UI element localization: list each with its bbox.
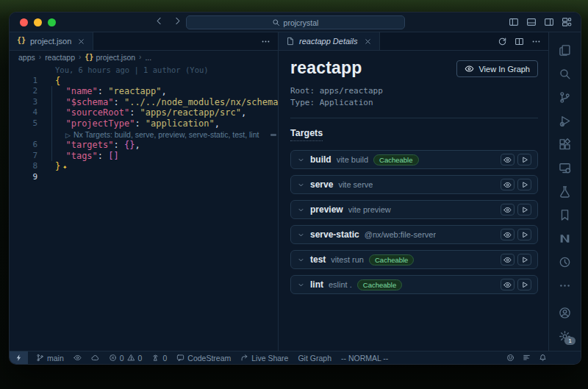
target-row-test[interactable]: testvitest runCacheable (290, 250, 538, 269)
chevron-down-icon[interactable] (297, 281, 305, 289)
statusbar-vim-mode[interactable]: -- NORMAL -- (341, 354, 388, 363)
target-view-button[interactable] (501, 279, 514, 290)
statusbar-remote-indicator[interactable] (10, 351, 28, 364)
target-run-button[interactable] (517, 179, 531, 190)
code-line-6[interactable]: 6 "targets": {}, (10, 140, 278, 151)
code-line-8[interactable]: 8}✦ (10, 161, 278, 172)
back-icon[interactable] (154, 16, 164, 26)
forward-icon[interactable] (173, 16, 182, 26)
activity-settings[interactable]: 1 (549, 324, 581, 348)
statusbar-ports[interactable]: 0 (151, 354, 167, 363)
search-icon (272, 18, 280, 26)
breadcrumb-item[interactable]: {}project.json (85, 53, 135, 62)
editor-actions (490, 32, 548, 50)
command-center[interactable]: projcrystal (186, 15, 405, 29)
code-line-9[interactable]: 9 (10, 172, 278, 183)
status-bar: main000CodeStreamLive ShareGit Graph-- N… (10, 351, 581, 364)
breadcrumb-item[interactable]: apps (18, 53, 35, 62)
target-command: @nx/web:file-server (365, 230, 436, 239)
target-view-button[interactable] (501, 179, 514, 190)
chevron-down-icon[interactable] (297, 206, 305, 214)
target-view-button[interactable] (501, 154, 514, 165)
layout-sidebar-right-icon[interactable] (544, 17, 554, 27)
layout-customize-icon[interactable] (562, 17, 572, 27)
code-line-7[interactable]: 7 "tags": [] (10, 151, 278, 162)
layout-panel-icon[interactable] (526, 17, 537, 27)
tab-project-json[interactable]: {} project.json (10, 32, 93, 50)
close-window-button[interactable] (20, 18, 28, 26)
breadcrumb-item[interactable]: reactapp (45, 53, 75, 62)
activity-extensions[interactable] (549, 132, 581, 156)
code-line-1[interactable]: 1{ (10, 76, 278, 87)
braces-icon: {} (85, 54, 93, 61)
activity-timeline[interactable] (549, 250, 581, 274)
eye-icon (503, 281, 512, 289)
activity-run-debug[interactable] (549, 109, 581, 132)
activity-search[interactable] (549, 62, 581, 85)
code-line-2[interactable]: 2 "name": "reactapp", (10, 86, 278, 97)
target-view-button[interactable] (501, 254, 514, 265)
more-icon[interactable] (531, 37, 541, 46)
target-row-preview[interactable]: previewvite preview (290, 200, 538, 219)
layout-controls (509, 17, 572, 27)
activity-explorer[interactable] (549, 38, 581, 62)
target-row-build[interactable]: buildvite buildCacheable (290, 150, 538, 169)
view-in-graph-button[interactable]: View In Graph (456, 60, 538, 77)
target-view-button[interactable] (501, 204, 514, 215)
code-line-4[interactable]: 4 "sourceRoot": "apps/reactapp/src", (10, 107, 278, 118)
close-icon[interactable] (364, 38, 372, 46)
target-run-button[interactable] (517, 229, 531, 240)
target-run-button[interactable] (517, 204, 531, 215)
statusbar-sync-status[interactable] (91, 354, 99, 362)
git-blame-annotation: You, 6 hours ago | 1 author (You) (10, 65, 278, 76)
statusbar-live-share[interactable]: Live Share (240, 354, 288, 363)
activity-bookmarks[interactable] (549, 203, 581, 226)
chevron-down-icon[interactable] (297, 256, 305, 264)
target-row-serve-static[interactable]: serve-static@nx/web:file-server (290, 225, 538, 244)
chevron-down-icon[interactable] (297, 231, 305, 239)
target-row-serve[interactable]: servevite serve (290, 175, 538, 194)
code-editor[interactable]: You, 6 hours ago | 1 author (You)1{2 "na… (10, 63, 278, 351)
breadcrumb-item[interactable]: ... (145, 53, 151, 62)
target-run-button[interactable] (517, 254, 531, 265)
code-line-5[interactable]: 5 "projectType": "application", (10, 118, 278, 129)
statusbar-feedback[interactable] (506, 354, 514, 362)
statusbar-gitlens-blame-toggle[interactable] (74, 354, 82, 362)
target-run-button[interactable] (517, 279, 531, 290)
eye-icon (465, 64, 474, 74)
statusbar-formatter[interactable] (523, 354, 531, 362)
statusbar-git-branch[interactable]: main (36, 354, 64, 363)
activity-remote-explorer[interactable] (549, 156, 581, 179)
code-line-3[interactable]: 3 "$schema": "../../node_modules/nx/sche… (10, 97, 278, 108)
tab-reactapp-details[interactable]: reactapp Details (279, 32, 380, 50)
eye-icon (503, 206, 512, 214)
play-icon (520, 156, 528, 164)
target-view-button[interactable] (501, 229, 514, 240)
activity-account[interactable] (549, 301, 581, 324)
target-row-lint[interactable]: linteslint .Cacheable (290, 275, 538, 294)
activity-bar: 1 (549, 32, 581, 351)
activity-nx-console[interactable] (549, 226, 581, 250)
activity-more-views[interactable] (549, 274, 581, 297)
split-editor-icon[interactable] (514, 37, 524, 46)
tab-overflow-icon[interactable] (261, 37, 270, 46)
tab-label: reactapp Details (299, 37, 358, 46)
statusbar-notifications[interactable] (539, 354, 547, 362)
statusbar-git-graph[interactable]: Git Graph (298, 354, 331, 363)
type-label: Type: (290, 98, 315, 107)
activity-source-control[interactable] (549, 85, 581, 109)
zoom-window-button[interactable] (48, 18, 56, 26)
target-run-button[interactable] (517, 154, 531, 165)
refresh-icon[interactable] (498, 37, 507, 46)
chevron-down-icon[interactable] (297, 156, 305, 164)
lightning-icon (15, 354, 23, 362)
statusbar-codestream[interactable]: CodeStream (176, 354, 231, 363)
minimize-window-button[interactable] (34, 18, 42, 26)
chevron-down-icon[interactable] (297, 181, 305, 189)
more-icon (559, 279, 571, 292)
close-icon[interactable] (77, 38, 85, 46)
layout-sidebar-left-icon[interactable] (509, 17, 519, 27)
nx-targets-codelens[interactable]: ▷Nx Targets: build, serve, preview, serv… (10, 129, 278, 140)
statusbar-problems[interactable]: 00 (109, 354, 143, 363)
activity-testing[interactable] (549, 179, 581, 203)
